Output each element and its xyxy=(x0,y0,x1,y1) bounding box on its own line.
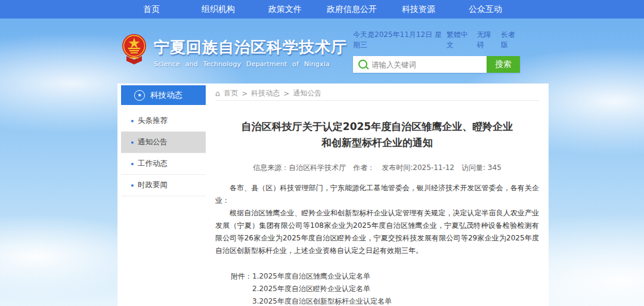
bullet-icon xyxy=(131,184,134,187)
sidebar: ★ 科技动态 头条推荐 通知公告 工作动态 时政要闻 xyxy=(121,85,206,196)
link-traditional-chinese[interactable]: 繁體中文 xyxy=(447,30,472,50)
site-subtitle: Science and Technology Department of Nin… xyxy=(154,60,347,68)
sidebar-item-label: 通知公告 xyxy=(138,137,168,147)
attachment-link-1[interactable]: 1.2025年度自治区雏鹰企业认定名单 xyxy=(252,270,392,283)
bullet-icon xyxy=(131,141,134,144)
attachment-link-3[interactable]: 3.2025年度自治区创新型标杆企业认定名单 xyxy=(252,295,392,306)
sidebar-title: 科技动态 xyxy=(150,90,182,101)
paragraph: 各市、县（区）科技管理部门，宁东能源化工基地管委会，银川经济技术开发区管委会，各… xyxy=(215,182,539,207)
attachments-section: 附件： 1.2025年度自治区雏鹰企业认定名单 2.2025年度自治区瞪羚企业认… xyxy=(231,270,539,306)
nav-item-policy[interactable]: 政策文件 xyxy=(252,4,318,15)
breadcrumb-section[interactable]: 科技动态 xyxy=(251,88,280,98)
breadcrumb-separator: > xyxy=(283,89,289,98)
breadcrumb-home[interactable]: 首页 xyxy=(224,88,238,98)
breadcrumb-separator: > xyxy=(242,89,247,98)
breadcrumb-current[interactable]: 通知公告 xyxy=(293,88,321,98)
search-button[interactable]: 搜索 xyxy=(487,56,520,73)
article-content: ⌂ 首页 > 科技动态 > 通知公告 自治区科技厅关于认定2025年度自治区雏鹰… xyxy=(215,86,539,306)
nav-item-interaction[interactable]: 公众互动 xyxy=(452,4,519,15)
site-title: 宁夏回族自治区科学技术厅 xyxy=(154,37,347,58)
meta-visits: 访问量: 345 xyxy=(462,163,501,173)
star-circle-icon: ★ xyxy=(134,90,145,101)
sidebar-item-label: 时政要闻 xyxy=(138,180,168,190)
bullet-icon xyxy=(131,163,134,165)
search-input[interactable] xyxy=(353,56,487,73)
sidebar-item-current-news[interactable]: 时政要闻 xyxy=(121,175,206,196)
sidebar-item-notices[interactable]: 通知公告 xyxy=(121,132,206,153)
header-utilities: 今天是2025年11月12日 星期三 繁體中文 无障碍 长者版 搜索 xyxy=(353,30,520,73)
search-icon xyxy=(358,60,367,69)
attachment-link-2[interactable]: 2.2025年度自治区瞪羚企业认定名单 xyxy=(252,283,392,295)
breadcrumb: ⌂ 首页 > 科技动态 > 通知公告 xyxy=(215,86,539,101)
home-icon: ⌂ xyxy=(215,89,220,98)
sidebar-header: ★ 科技动态 xyxy=(121,85,206,105)
meta-publish-time: 发布时间:2025-11-12 xyxy=(382,163,454,173)
nav-item-gov-info[interactable]: 政府信息公开 xyxy=(318,4,385,15)
sidebar-item-label: 头条推荐 xyxy=(138,116,168,126)
main-panel: ★ 科技动态 头条推荐 通知公告 工作动态 时政要闻 ⌂ xyxy=(117,84,549,306)
national-emblem-logo xyxy=(122,33,147,68)
sidebar-item-label: 工作动态 xyxy=(138,159,168,169)
article-body: 各市、县（区）科技管理部门，宁东能源化工基地管委会，银川经济技术开发区管委会，各… xyxy=(215,182,539,257)
article-meta: 信息来源：自治区科学技术厅 作者： 发布时间:2025-11-12 访问量: 3… xyxy=(215,163,539,173)
link-accessibility[interactable]: 无障碍 xyxy=(477,30,496,50)
site-header: 宁夏回族自治区科学技术厅 Science and Technology Depa… xyxy=(122,33,347,68)
attachments-label: 附件： xyxy=(231,270,252,306)
nav-item-organization[interactable]: 组织机构 xyxy=(185,4,252,15)
paragraph: 根据自治区雏鹰企业、瞪羚企业和创新型标杆企业认定管理有关规定，决定认定半亩良人农… xyxy=(215,207,539,257)
link-elder-version[interactable]: 长者版 xyxy=(501,30,520,50)
article-title: 自治区科技厅关于认定2025年度自治区雏鹰企业、瞪羚企业 和创新型标杆企业的通知 xyxy=(215,119,539,151)
meta-author: 作者： xyxy=(353,163,374,173)
bullet-icon xyxy=(131,120,134,122)
search-bar: 搜索 xyxy=(353,56,520,73)
current-date: 今天是2025年11月12日 星期三 xyxy=(353,30,447,50)
nav-item-home[interactable]: 首页 xyxy=(118,4,185,15)
meta-source: 信息来源：自治区科学技术厅 xyxy=(253,163,346,173)
top-navigation: 首页 组织机构 政策文件 政府信息公开 科技资源 公众互动 xyxy=(0,0,644,18)
sidebar-item-work-trends[interactable]: 工作动态 xyxy=(121,153,206,175)
sidebar-item-headlines[interactable]: 头条推荐 xyxy=(121,110,206,132)
nav-item-resources[interactable]: 科技资源 xyxy=(385,4,452,15)
